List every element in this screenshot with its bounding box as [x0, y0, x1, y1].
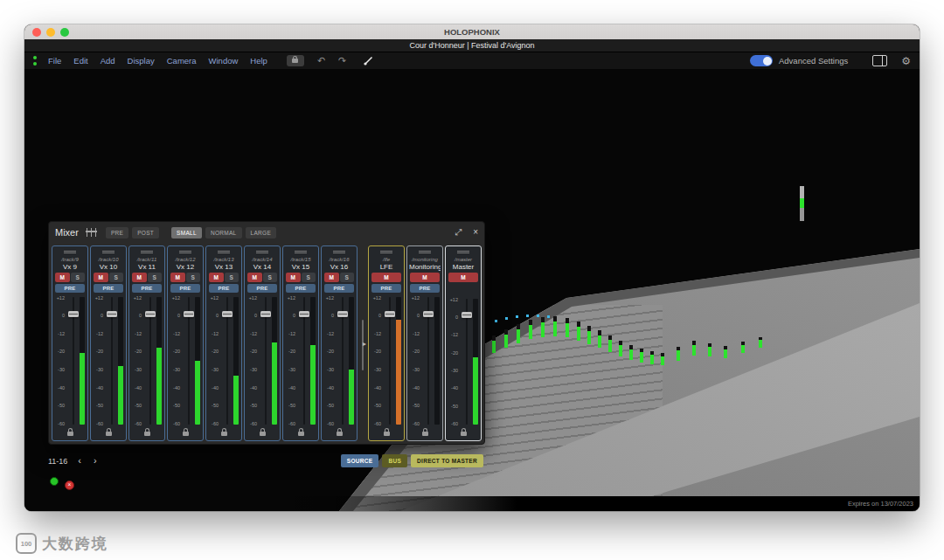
strip-drag-handle[interactable]	[246, 248, 278, 257]
fader-knob[interactable]	[107, 311, 117, 317]
mute-button[interactable]: M	[209, 273, 224, 282]
page-previous-icon[interactable]: ‹	[78, 456, 81, 466]
size-large-button[interactable]: LARGE	[246, 227, 277, 239]
strip-lock-button[interactable]	[323, 427, 355, 439]
strip-lock-button[interactable]	[54, 427, 86, 439]
mute-button[interactable]: M	[55, 273, 70, 282]
fader-track[interactable]	[66, 295, 80, 427]
pre-button[interactable]: PRE	[324, 284, 354, 293]
strip-drag-handle[interactable]	[323, 248, 355, 257]
menu-help[interactable]: Help	[250, 56, 267, 66]
pre-toggle-button[interactable]: PRE	[106, 227, 128, 239]
solo-button[interactable]: S	[302, 273, 316, 282]
mute-button[interactable]: M	[247, 273, 262, 282]
menu-edit[interactable]: Edit	[73, 56, 87, 66]
fader-knob[interactable]	[385, 311, 395, 317]
strip-lock-button[interactable]	[246, 427, 278, 439]
menu-display[interactable]: Display	[128, 56, 155, 66]
fader-track[interactable]	[383, 295, 396, 427]
strip-lock-button[interactable]	[371, 427, 402, 439]
fader-knob[interactable]	[260, 311, 271, 317]
filter-bus-button[interactable]: BUS	[382, 454, 407, 467]
size-normal-button[interactable]: NORMAL	[205, 227, 242, 239]
solo-button[interactable]: S	[340, 273, 355, 282]
fader-knob[interactable]	[184, 311, 194, 317]
channel-strip[interactable]: /track/16 Vx 16 M S PRE +120-12-20-30-40…	[321, 245, 357, 441]
strip-lock-button[interactable]	[131, 427, 163, 439]
bus-strip[interactable]: /lfe LFE M PRE +120-12-20-30-40-50-60	[368, 245, 405, 441]
redo-icon[interactable]: ↷	[338, 56, 346, 66]
close-window-button[interactable]	[32, 28, 41, 37]
mute-button[interactable]: M	[324, 273, 339, 282]
strip-drag-handle[interactable]	[208, 248, 239, 257]
strip-lock-button[interactable]	[448, 427, 479, 439]
menu-file[interactable]: File	[48, 56, 61, 66]
strip-lock-button[interactable]	[285, 427, 316, 439]
solo-button[interactable]: S	[71, 273, 86, 282]
post-toggle-button[interactable]: POST	[132, 227, 159, 239]
mute-button[interactable]: M	[410, 273, 440, 282]
picker-tool-icon[interactable]	[363, 55, 374, 66]
minimize-window-button[interactable]	[46, 28, 55, 37]
size-small-button[interactable]: SMALL	[171, 227, 202, 239]
strip-drag-handle[interactable]	[93, 248, 124, 257]
fader-track[interactable]	[182, 295, 195, 427]
titlebar[interactable]: HOLOPHONIX	[24, 24, 920, 39]
channel-strip[interactable]: /track/12 Vx 12 M S PRE +120-12-20-30-40…	[167, 245, 204, 441]
fader-track[interactable]	[297, 295, 310, 427]
scroll-right-icon[interactable]: ▸	[363, 340, 366, 348]
lock-button[interactable]	[287, 55, 304, 66]
strip-drag-handle[interactable]	[285, 248, 316, 257]
undo-icon[interactable]: ↶	[317, 56, 325, 66]
fader-knob[interactable]	[462, 312, 472, 318]
solo-button[interactable]: S	[263, 273, 278, 282]
solo-button[interactable]: S	[109, 273, 124, 282]
strip-lock-button[interactable]	[170, 427, 201, 439]
advanced-settings-toggle[interactable]	[750, 55, 773, 66]
solo-button[interactable]: S	[186, 273, 201, 282]
strip-drag-handle[interactable]	[448, 248, 479, 257]
channel-strip[interactable]: /track/14 Vx 14 M S PRE +120-12-20-30-40…	[244, 245, 281, 441]
mute-button[interactable]: M	[371, 273, 401, 282]
fader-track[interactable]	[460, 297, 473, 427]
3d-viewport[interactable]: Expires on 13/07/2023 Mixer PRE POST SMA…	[24, 69, 920, 511]
strip-drag-handle[interactable]	[371, 248, 402, 257]
fader-track[interactable]	[143, 295, 156, 427]
strip-lock-button[interactable]	[208, 427, 239, 439]
fader-track[interactable]	[336, 295, 349, 427]
fader-track[interactable]	[105, 295, 118, 427]
scene-source-marker-red[interactable]: ×	[65, 480, 74, 490]
strip-drag-handle[interactable]	[131, 248, 163, 257]
strip-lock-button[interactable]	[409, 427, 441, 439]
gear-icon[interactable]: ⚙	[901, 56, 911, 66]
fader-track[interactable]	[220, 295, 233, 427]
menu-add[interactable]: Add	[101, 56, 115, 66]
fader-knob[interactable]	[299, 311, 309, 317]
mute-button[interactable]: M	[170, 273, 185, 282]
panels-layout-icon[interactable]	[872, 55, 887, 66]
filter-direct-to-master-button[interactable]: DIRECT TO MASTER	[411, 454, 483, 467]
channel-strip[interactable]: /track/10 Vx 10 M S PRE +120-12-20-30-40…	[90, 245, 127, 441]
mute-button[interactable]: M	[94, 273, 108, 282]
fader-knob[interactable]	[423, 311, 434, 317]
solo-button[interactable]: S	[148, 273, 163, 282]
pre-button[interactable]: PRE	[132, 284, 162, 293]
fader-track[interactable]	[421, 295, 434, 427]
mixer-scrollbar[interactable]: ▸	[357, 245, 368, 441]
filter-source-button[interactable]: SOURCE	[341, 454, 379, 467]
strip-drag-handle[interactable]	[54, 248, 86, 257]
expand-icon[interactable]: ⤢	[455, 228, 462, 237]
close-icon[interactable]: ×	[473, 228, 478, 237]
pre-button[interactable]: PRE	[170, 284, 200, 293]
pre-button[interactable]: PRE	[410, 284, 440, 293]
pre-button[interactable]: PRE	[247, 284, 277, 293]
pre-button[interactable]: PRE	[55, 284, 85, 293]
pre-button[interactable]: PRE	[209, 284, 239, 293]
bus-strip[interactable]: /monitoring Monitoring M PRE +120-12-20-…	[406, 245, 443, 441]
solo-button[interactable]: S	[225, 273, 239, 282]
strip-drag-handle[interactable]	[409, 248, 441, 257]
page-next-icon[interactable]: ›	[94, 456, 97, 466]
channel-strip[interactable]: /track/9 Vx 9 M S PRE +120-12-20-30-40-5…	[52, 245, 88, 441]
pre-button[interactable]: PRE	[286, 284, 316, 293]
bus-strip[interactable]: /master Master M +120-12-20-30-40-50-60	[445, 245, 482, 441]
